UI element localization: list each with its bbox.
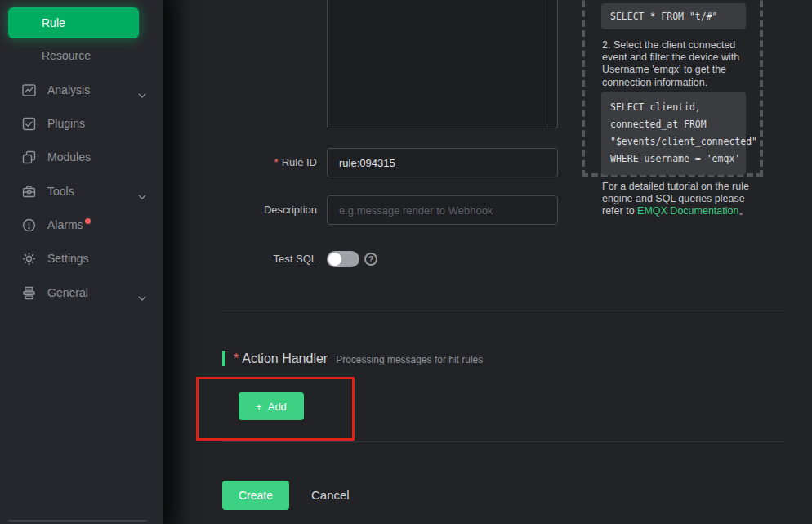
sidebar-item-modules[interactable]: Modules: [0, 141, 163, 173]
sidebar-item-label: Resource: [0, 49, 91, 62]
required-asterisk: *: [274, 156, 279, 168]
toggle-knob: [328, 253, 341, 266]
action-handler-subtitle: Processing messages for hit rules: [336, 352, 483, 365]
help-question-icon[interactable]: ?: [364, 253, 377, 266]
sidebar-item-label: Plugins: [0, 117, 85, 130]
tutorial-suffix: 。: [738, 205, 749, 217]
footer-divider: [222, 441, 784, 442]
test-sql-label: Test SQL: [190, 251, 317, 267]
alarm-badge-dot: [85, 218, 91, 224]
editor-scrollbar[interactable]: [547, 0, 547, 128]
sidebar-item-rule[interactable]: Rule: [8, 7, 139, 38]
code-line: SELECT clientid,: [610, 99, 737, 116]
modules-icon: [22, 150, 36, 164]
description-label: Description: [190, 195, 317, 225]
chevron-down-icon: [138, 290, 146, 303]
description-input[interactable]: [327, 195, 558, 225]
sql-example-event: SELECT clientid, connected_at FROM "$eve…: [601, 92, 746, 175]
add-button-label: Add: [268, 401, 287, 413]
chevron-down-icon: [138, 189, 146, 202]
sidebar-scrollbar[interactable]: [8, 520, 147, 522]
add-action-button[interactable]: + Add: [239, 392, 304, 420]
required-asterisk: *: [234, 352, 239, 365]
tools-icon: [22, 185, 36, 199]
section-accent-bar: [222, 351, 225, 366]
analysis-icon: [22, 83, 36, 97]
sidebar-item-label: Settings: [0, 252, 89, 265]
sidebar-item-label: Analysis: [0, 83, 90, 96]
code-line: connected_at FROM: [610, 116, 737, 133]
create-button[interactable]: Create: [222, 481, 289, 510]
help-step2-text: 2. Select the client connected event and…: [602, 39, 752, 89]
action-handler-header: *Action Handler Processing messages for …: [222, 351, 483, 366]
sidebar-item-label: Modules: [0, 150, 91, 163]
sidebar-item-general[interactable]: General: [0, 276, 163, 309]
sidebar-item-plugins[interactable]: Plugins: [0, 107, 163, 140]
code-line: "$events/client_connected": [610, 133, 737, 150]
plus-icon: +: [256, 401, 262, 413]
sql-example-basic: SELECT * FROM "t/#": [601, 3, 746, 29]
sidebar-item-label: Alarms: [0, 218, 83, 231]
general-icon: [22, 286, 36, 300]
sql-editor[interactable]: [327, 0, 558, 128]
code-line: WHERE username = 'emqx': [610, 150, 737, 168]
sidebar-item-label: General: [0, 286, 88, 299]
cancel-button[interactable]: Cancel: [311, 488, 350, 502]
sidebar-item-analysis[interactable]: Analysis: [0, 74, 163, 106]
sidebar-item-alarms[interactable]: Alarms: [0, 208, 163, 241]
test-sql-toggle[interactable]: [327, 251, 359, 267]
sidebar: Rule Resource Analysis Plugins: [0, 0, 163, 524]
section-divider: [222, 311, 784, 311]
sidebar-item-label: Tools: [0, 185, 74, 198]
chevron-down-icon: [138, 87, 146, 101]
sidebar-item-resource[interactable]: Resource: [0, 39, 163, 72]
tutorial-text: For a detailed tutorial on the rule engi…: [602, 181, 752, 218]
sidebar-shadow: [163, 0, 193, 524]
plugins-icon: [22, 117, 36, 131]
action-handler-title: *Action Handler: [234, 352, 328, 366]
alarms-icon: [22, 218, 36, 232]
rule-id-label: *Rule ID: [190, 148, 317, 177]
settings-icon: [22, 252, 36, 266]
sidebar-item-tools[interactable]: Tools: [0, 175, 163, 208]
emqx-documentation-link[interactable]: EMQX Documentation: [637, 205, 738, 217]
sidebar-item-settings[interactable]: Settings: [0, 242, 163, 275]
rule-id-input[interactable]: [327, 148, 558, 177]
